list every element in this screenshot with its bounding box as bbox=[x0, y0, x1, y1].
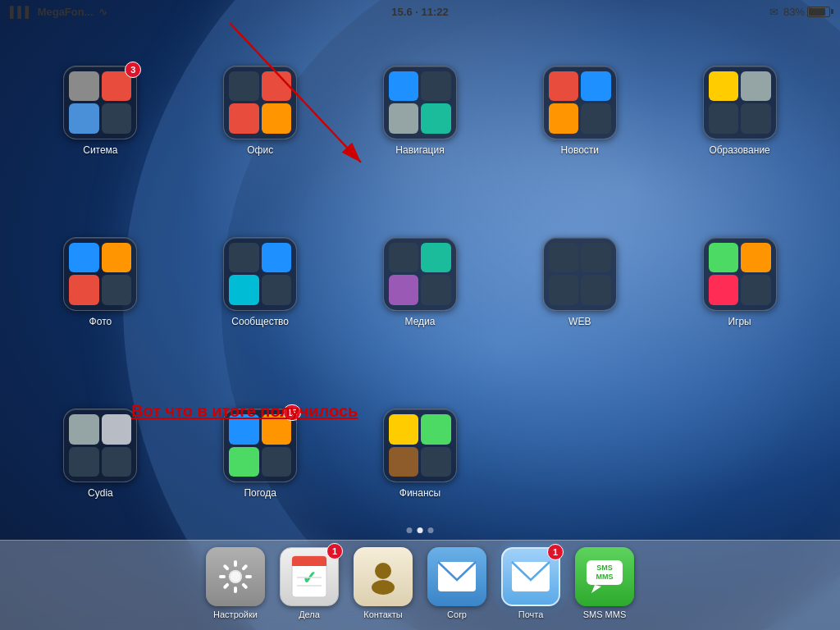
app-item-finansy[interactable]: Финансы bbox=[383, 409, 457, 499]
mini-app-square bbox=[549, 275, 579, 305]
annotation: Вот что в итоге получилось bbox=[131, 402, 358, 421]
app-label-igry: Игры bbox=[728, 316, 751, 327]
mini-app-square bbox=[389, 243, 419, 273]
mini-app-square bbox=[709, 275, 739, 305]
mini-app-square bbox=[741, 275, 771, 305]
svg-marker-25 bbox=[591, 585, 601, 593]
envelope-icon: ✉ bbox=[769, 6, 778, 18]
page-dot-2 bbox=[428, 527, 434, 533]
app-item-igry[interactable]: Игры bbox=[703, 237, 777, 327]
app-item-novosti[interactable]: Новости bbox=[543, 66, 617, 156]
app-icon-sistema: 3 bbox=[63, 66, 137, 139]
svg-text:MMS: MMS bbox=[596, 573, 614, 581]
app-label-pogoda: Погода bbox=[244, 487, 276, 499]
mini-app-square bbox=[421, 243, 451, 273]
dock-label-kontakty: Контакты bbox=[363, 609, 403, 619]
dock-badge-pochta: 1 bbox=[547, 544, 564, 560]
dock-item-kontakty[interactable]: Контакты bbox=[354, 547, 413, 619]
sms-icon: SMS MMS bbox=[583, 555, 626, 598]
app-item-web[interactable]: WEB bbox=[543, 237, 617, 327]
app-icon-navigaciya bbox=[383, 66, 457, 139]
mini-app-square bbox=[389, 414, 419, 445]
app-icon-foto bbox=[63, 237, 137, 311]
page-dot-1 bbox=[418, 527, 423, 533]
app-icon-media bbox=[383, 237, 457, 311]
gear-icon bbox=[215, 556, 256, 597]
dock-item-dela[interactable]: ✓ 1Дела bbox=[280, 547, 339, 619]
mini-app-square bbox=[421, 447, 451, 477]
page-dots bbox=[407, 527, 434, 533]
app-item-foto[interactable]: Фото bbox=[63, 237, 137, 327]
app-icon-web bbox=[543, 237, 617, 311]
app-label-foto: Фото bbox=[89, 316, 112, 327]
mail-active-icon bbox=[510, 559, 551, 595]
battery-fill bbox=[809, 8, 825, 16]
app-label-soobshchestvo: Сообщество bbox=[231, 316, 289, 327]
svg-line-10 bbox=[225, 566, 227, 568]
contacts-icon bbox=[363, 556, 404, 597]
dock-icon-corp bbox=[427, 547, 486, 606]
app-item-soobshchestvo[interactable]: Сообщество bbox=[223, 237, 297, 327]
badge-sistema: 3 bbox=[125, 62, 141, 78]
app-label-obrazovanie: Образование bbox=[709, 144, 769, 156]
dock-item-nastroyki[interactable]: Настройки bbox=[206, 547, 265, 619]
app-item-obrazovanie[interactable]: Образование bbox=[703, 66, 777, 156]
status-time: 15.6 · 11:22 bbox=[391, 6, 448, 18]
battery-indicator: 83% bbox=[783, 6, 830, 18]
app-icon-cydia bbox=[63, 409, 137, 482]
mini-app-square bbox=[229, 275, 259, 305]
mini-app-square bbox=[229, 447, 259, 477]
mini-app-square bbox=[581, 243, 611, 273]
app-item-sistema[interactable]: 3Ситема bbox=[63, 66, 137, 156]
svg-point-2 bbox=[229, 570, 242, 583]
dock-item-pochta[interactable]: 1Почта bbox=[501, 547, 560, 619]
app-icon-finansy bbox=[383, 409, 457, 482]
app-grid: 3СитемаОфисНавигацияНовостиОбразованиеФо… bbox=[25, 29, 815, 536]
app-label-cydia: Cydia bbox=[88, 487, 113, 499]
app-item-cydia[interactable]: Cydia bbox=[63, 409, 137, 499]
mini-app-square bbox=[709, 243, 739, 273]
app-item-media[interactable]: Медиа bbox=[383, 237, 457, 327]
app-label-sistema: Ситема bbox=[83, 144, 117, 156]
dock-item-corp[interactable]: Corp bbox=[427, 547, 486, 619]
mini-app-square bbox=[102, 414, 132, 445]
svg-point-18 bbox=[375, 563, 391, 579]
svg-line-4 bbox=[244, 566, 246, 568]
dock-icon-dela: ✓ 1 bbox=[280, 547, 339, 606]
dock-label-dela: Дела bbox=[299, 609, 320, 619]
svg-line-6 bbox=[244, 585, 246, 587]
corp-mail-icon bbox=[436, 559, 477, 595]
app-label-novosti: Новости bbox=[561, 144, 599, 156]
tasks-icon: ✓ bbox=[289, 555, 330, 599]
mini-app-square bbox=[102, 243, 132, 273]
dock: Настройки ✓ 1Дела Контакты Corp 1Почта S… bbox=[0, 540, 840, 630]
dock-icon-kontakty bbox=[354, 547, 413, 606]
mini-app-square bbox=[421, 275, 451, 305]
mini-app-square bbox=[581, 71, 611, 102]
app-label-navigaciya: Навигация bbox=[395, 144, 444, 156]
mini-app-square bbox=[102, 275, 132, 305]
mini-app-square bbox=[709, 71, 739, 102]
mini-app-square bbox=[69, 414, 99, 445]
status-bar: ▌▌▌ MegaFon... ∿ 15.6 · 11:22 ✉ 83% bbox=[0, 0, 840, 23]
dock-label-sms-mms: SMS MMS bbox=[583, 609, 627, 619]
mini-app-square bbox=[389, 275, 419, 305]
dock-item-sms-mms[interactable]: SMS MMS SMS MMS bbox=[575, 547, 634, 619]
mini-app-square bbox=[549, 71, 579, 102]
mini-app-square bbox=[421, 414, 451, 445]
battery-rect bbox=[807, 7, 830, 17]
app-icon-soobshchestvo bbox=[223, 237, 297, 311]
app-item-navigaciya[interactable]: Навигация bbox=[383, 66, 457, 156]
mini-app-square bbox=[262, 275, 292, 305]
annotation-arrow bbox=[230, 23, 394, 187]
carrier-name: MegaFon... bbox=[38, 6, 94, 18]
mini-app-square bbox=[69, 103, 99, 134]
mini-app-square bbox=[389, 447, 419, 477]
app-item-pogoda[interactable]: 15Погода bbox=[223, 409, 297, 499]
mini-app-square bbox=[69, 243, 99, 273]
mini-app-square bbox=[102, 447, 132, 477]
mini-app-square bbox=[741, 71, 771, 102]
dock-badge-dela: 1 bbox=[326, 543, 343, 559]
app-icon-obrazovanie bbox=[703, 66, 777, 139]
dock-label-nastroyki: Настройки bbox=[213, 609, 258, 619]
